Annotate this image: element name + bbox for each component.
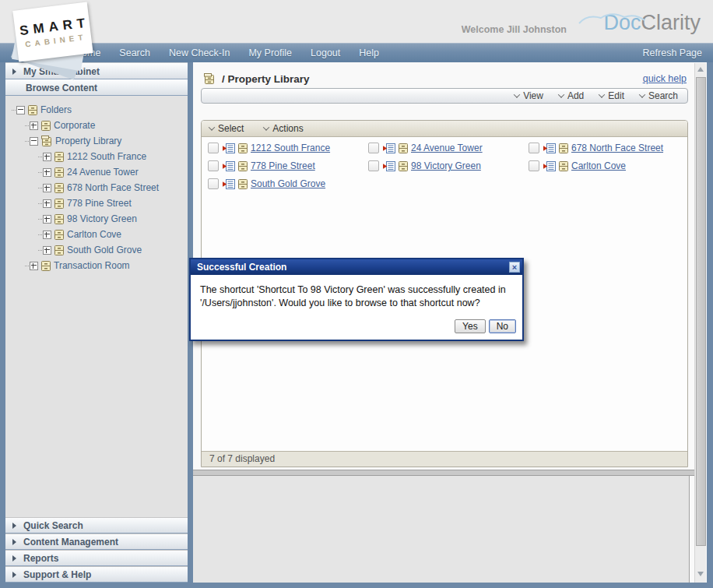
close-icon[interactable]: ×	[509, 262, 520, 273]
tree-item-transaction-room: Transaction Room	[9, 258, 188, 273]
tree-expander-plus-icon[interactable]	[43, 215, 51, 224]
menu-label: View	[523, 90, 543, 101]
details-icon[interactable]	[383, 143, 395, 153]
smartcabinet-logo: SMART CABINET	[6, 2, 100, 76]
menu-add[interactable]: Add	[559, 90, 584, 101]
lower-empty-panel	[193, 476, 690, 583]
list-item-south-gold-grove: South Gold Grove	[208, 178, 368, 189]
tree-item-label[interactable]: 1212 South France	[67, 151, 146, 162]
scrollbar-thumb[interactable]	[696, 77, 706, 546]
tree-item-corporate: Corporate	[9, 118, 188, 133]
dialog-buttons: Yes No	[191, 315, 522, 340]
tree-item-label[interactable]: Property Library	[55, 136, 121, 146]
dialog-title-bar[interactable]: Successful Creation ×	[191, 259, 522, 275]
tree-item-label[interactable]: Transaction Room	[54, 260, 130, 271]
tree-expander-plus-icon[interactable]	[43, 231, 51, 239]
details-icon[interactable]	[223, 179, 235, 189]
sidebar-section-content-management[interactable]: Content Management	[5, 533, 188, 550]
scroll-down-icon[interactable]	[697, 572, 704, 576]
nav-link-search[interactable]: Search	[119, 48, 150, 58]
nav-link-new-check-in[interactable]: New Check-In	[169, 48, 230, 58]
chevron-down-icon	[263, 124, 269, 130]
tree-item-label[interactable]: 98 Victory Green	[67, 213, 137, 224]
item-checkbox[interactable]	[208, 178, 219, 189]
item-checkbox[interactable]	[529, 143, 539, 153]
tree-item-label[interactable]: Folders	[40, 104, 72, 115]
menu-view[interactable]: View	[515, 90, 543, 101]
dialog-message: The shortcut 'Shortcut To 98 Victory Gre…	[191, 275, 522, 315]
item-checkbox[interactable]	[208, 143, 219, 153]
cabinet-icon	[399, 143, 408, 153]
tree-expander-plus-icon[interactable]	[43, 246, 51, 255]
horizontal-splitter[interactable]	[193, 470, 695, 476]
item-link[interactable]: 778 Pine Street	[251, 160, 315, 171]
item-link[interactable]: 678 North Face Street	[571, 143, 663, 153]
sidebar-section-reports[interactable]: Reports	[5, 550, 188, 566]
refresh-page-link[interactable]: Refresh Page	[643, 48, 702, 58]
tree-connector	[38, 219, 42, 220]
cabinet-icon	[54, 230, 64, 240]
menu-select[interactable]: Select	[209, 123, 244, 134]
details-icon[interactable]	[383, 161, 395, 171]
item-checkbox[interactable]	[529, 160, 539, 171]
sidebar-section-label: Content Management	[23, 537, 118, 548]
tree-item-778-pine-street: 778 Pine Street	[9, 195, 188, 211]
tree-expander-plus-icon[interactable]	[30, 262, 38, 270]
tree-expander-plus-icon[interactable]	[43, 168, 51, 177]
sidebar-section-browse-content[interactable]: Browse Content	[5, 79, 188, 96]
item-link[interactable]: 24 Avenue Tower	[411, 143, 483, 153]
quick-help-link[interactable]: quick help	[643, 73, 687, 84]
docclarity-logo: DocClarity	[603, 11, 701, 35]
cabinet-icon	[559, 161, 568, 171]
menu-edit[interactable]: Edit	[599, 90, 624, 101]
tree-expander-plus-icon[interactable]	[43, 199, 51, 208]
tree-expander-minus-icon[interactable]	[30, 137, 38, 146]
tree-expander-minus-icon[interactable]	[16, 106, 25, 114]
details-icon[interactable]	[223, 143, 235, 153]
details-icon[interactable]	[543, 161, 556, 171]
details-icon[interactable]	[543, 143, 556, 153]
menu-label: Add	[567, 90, 584, 101]
details-icon[interactable]	[223, 161, 235, 171]
sidebar-section-support-help[interactable]: Support & Help	[5, 566, 188, 583]
logo-card-front: SMART CABINET	[12, 2, 93, 62]
vertical-scrollbar[interactable]	[694, 63, 706, 583]
scroll-up-icon[interactable]	[697, 67, 704, 72]
item-link[interactable]: South Gold Grove	[251, 178, 325, 189]
tree-expander-plus-icon[interactable]	[43, 153, 51, 161]
nav-link-my-profile[interactable]: My Profile	[248, 48, 292, 58]
tree-connector	[25, 125, 29, 126]
chevron-down-icon	[558, 91, 564, 97]
item-link[interactable]: 1212 South France	[251, 143, 330, 153]
nav-link-logout[interactable]: Logout	[311, 48, 340, 58]
chevron-down-icon	[514, 91, 520, 97]
tree-item-label[interactable]: South Gold Grove	[67, 245, 142, 255]
menu-actions[interactable]: Actions	[264, 123, 303, 134]
tree-connector	[12, 110, 16, 111]
tree-item-label[interactable]: 24 Avenue Tower	[67, 167, 139, 178]
tree-item-678-north-face-street: 678 North Face Street	[9, 180, 188, 195]
item-link[interactable]: Carlton Cove	[571, 160, 626, 171]
breadcrumb: / Property Library quick help	[201, 72, 687, 86]
tree-item-label[interactable]: 678 North Face Street	[67, 182, 159, 193]
item-checkbox[interactable]	[368, 143, 379, 153]
tree-item-property-library: Property Library	[9, 133, 188, 149]
item-link[interactable]: 98 Victory Green	[411, 160, 481, 171]
sidebar-section-quick-search[interactable]: Quick Search	[5, 517, 188, 533]
tree-item-label[interactable]: Corporate	[54, 120, 95, 131]
item-checkbox[interactable]	[208, 160, 219, 171]
cabinet-icon	[41, 261, 51, 271]
cabinet-icon	[28, 105, 37, 115]
item-checkbox[interactable]	[368, 160, 379, 171]
no-button[interactable]: No	[489, 319, 516, 333]
cabinet-icon	[54, 152, 64, 162]
yes-button[interactable]: Yes	[455, 319, 486, 333]
tree-expander-plus-icon[interactable]	[43, 184, 51, 192]
menu-label: Select	[218, 123, 244, 134]
menu-search[interactable]: Search	[640, 90, 678, 101]
chevron-down-icon	[599, 91, 605, 97]
tree-expander-plus-icon[interactable]	[30, 121, 38, 130]
tree-item-label[interactable]: 778 Pine Street	[67, 198, 132, 209]
tree-item-label[interactable]: Carlton Cove	[67, 229, 121, 240]
nav-link-help[interactable]: Help	[359, 48, 379, 58]
